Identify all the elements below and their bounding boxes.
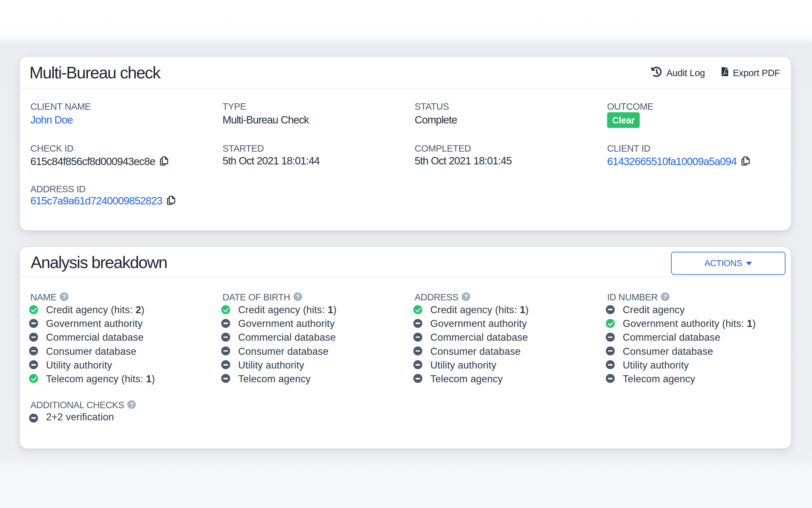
svg-text:?: ? [663, 293, 667, 300]
svg-text:?: ? [62, 293, 66, 300]
svg-text:?: ? [296, 293, 299, 300]
svg-text:?: ? [464, 293, 468, 300]
svg-text:?: ? [130, 401, 134, 408]
